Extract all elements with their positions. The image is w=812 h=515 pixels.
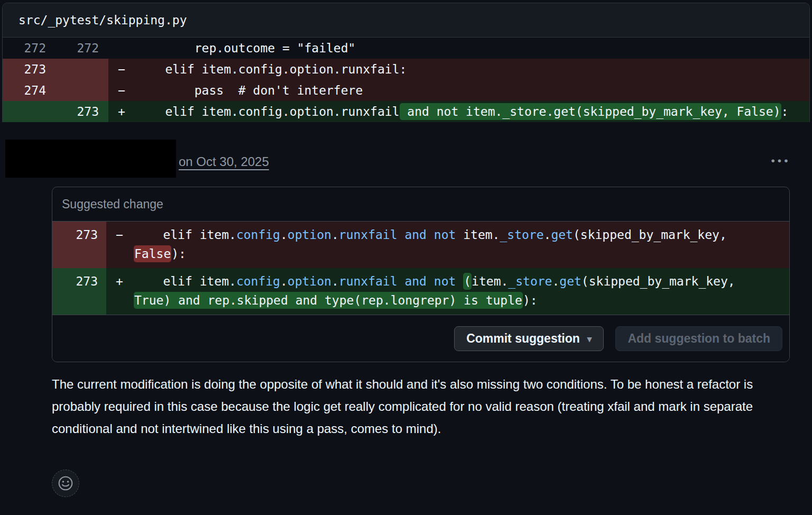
code-segment: _store (500, 228, 543, 242)
word-diff-highlight: and not item._store.get(skipped_by_mark_… (400, 103, 781, 120)
page: src/_pytest/skipping.py 272272 rep.outco… (0, 0, 812, 515)
diff-line-add: 273+ elif item.config.option.runxfail an… (3, 101, 809, 122)
diff-line-del: 274− pass # don't interfere (3, 80, 809, 101)
code-line: elif item.config.option.runxfail and not… (136, 101, 809, 122)
code-segment: and (404, 228, 427, 242)
diff-marker: − (108, 59, 136, 80)
code-segment: elif item. (134, 228, 236, 242)
diff-line-context: 272272 rep.outcome = "failed" (3, 38, 809, 59)
line-number: 273 (52, 268, 106, 315)
redacted-author-block (5, 140, 176, 178)
code-segment: option (288, 228, 331, 242)
smiley-icon (57, 475, 74, 492)
code-segment: (skipped_by_mark_key, (582, 274, 735, 288)
chevron-down-icon: ▾ (587, 332, 592, 345)
code-segment: . (544, 228, 551, 242)
code-segment: config (236, 228, 280, 242)
code-segment: config (236, 274, 280, 288)
code-line: pass # don't interfere (136, 80, 809, 101)
code-line: elif item.config.option.runxfail and not… (134, 222, 789, 268)
diff-marker: + (108, 101, 136, 122)
commit-suggestion-button[interactable]: Commit suggestion ▾ (454, 326, 604, 351)
suggested-change-title: Suggested change (52, 187, 789, 222)
line-number-new: 272 (56, 38, 108, 59)
diff-marker: + (106, 268, 134, 315)
commit-suggestion-label: Commit suggestion (466, 332, 580, 346)
diff-marker: − (108, 80, 136, 101)
line-number: 273 (52, 222, 106, 268)
code-segment (456, 274, 463, 288)
line-number-new: 273 (56, 101, 108, 122)
code-line: elif item.config.option.runxfail and not… (134, 268, 789, 315)
code-segment: (skipped_by_mark_key, (573, 228, 727, 242)
code-segment: : (781, 105, 789, 118)
code-line: rep.outcome = "failed" (136, 38, 809, 59)
diff-marker: − (106, 222, 134, 268)
code-segment (427, 274, 434, 288)
suggestion-line-add: 273+ elif item.config.option.runxfail an… (52, 268, 789, 315)
code-segment: . (280, 274, 288, 288)
suggested-change-card: Suggested change 273− elif item.config.o… (52, 187, 790, 362)
suggestion-actions: Commit suggestion ▾ Add suggestion to ba… (52, 315, 789, 362)
word-diff-highlight: ( (463, 273, 472, 290)
code-segment: . (552, 274, 559, 288)
code-segment: pass # don't interfere (136, 84, 363, 97)
comment-options-button[interactable]: ••• (764, 149, 797, 171)
code-segment: get (559, 274, 582, 288)
code-line: elif item.config.option.runxfail: (136, 59, 809, 80)
comment-body: The current modification is doing the op… (52, 373, 778, 440)
line-number-old: 274 (3, 80, 56, 101)
code-segment: runxfail (339, 228, 398, 242)
code-segment: ): (523, 293, 538, 307)
code-segment: ): (171, 247, 186, 261)
code-segment: not (434, 274, 456, 288)
code-segment (398, 228, 405, 242)
line-number-old (3, 101, 56, 122)
suggestion-diff-rows: 273− elif item.config.option.runxfail an… (52, 222, 789, 315)
code-segment: item. (472, 274, 508, 288)
suggestion-line-del: 273− elif item.config.option.runxfail an… (52, 222, 789, 268)
add-suggestion-to-batch-button[interactable]: Add suggestion to batch (615, 326, 782, 351)
code-segment: runxfail (339, 274, 398, 288)
code-segment: elif item. (134, 274, 236, 288)
code-segment: elif item.config.option.runxfail (136, 105, 400, 118)
line-number-old: 273 (3, 59, 56, 80)
word-diff-highlight: False (134, 245, 171, 262)
code-segment: . (331, 228, 339, 242)
code-segment: elif item.config.option.runxfail: (136, 62, 407, 76)
kebab-menu-icon: ••• (771, 155, 790, 166)
code-segment (398, 274, 405, 288)
comment-timestamp-link[interactable]: on Oct 30, 2025 (179, 154, 269, 169)
code-segment: rep.outcome = "failed" (136, 41, 355, 55)
code-segment: . (331, 274, 339, 288)
file-path: src/_pytest/skipping.py (3, 3, 809, 38)
code-segment (427, 228, 434, 242)
code-segment: option (288, 274, 331, 288)
code-segment: . (280, 228, 288, 242)
file-diff-card: src/_pytest/skipping.py 272272 rep.outco… (2, 3, 810, 122)
word-diff-highlight: True) and rep.skipped and type(rep.longr… (134, 292, 523, 309)
code-segment: item. (456, 228, 500, 242)
code-segment: get (551, 228, 573, 242)
line-number-old: 272 (3, 38, 56, 59)
diff-marker (108, 38, 136, 59)
code-segment: and (404, 274, 427, 288)
code-segment: _store (508, 274, 552, 288)
add-reaction-button[interactable] (52, 470, 79, 497)
line-number-new (56, 80, 108, 101)
line-number-new (56, 59, 108, 80)
diff-line-del: 273− elif item.config.option.runxfail: (3, 59, 809, 80)
file-diff-rows: 272272 rep.outcome = "failed"273− elif i… (3, 38, 809, 122)
code-segment: not (434, 228, 456, 242)
